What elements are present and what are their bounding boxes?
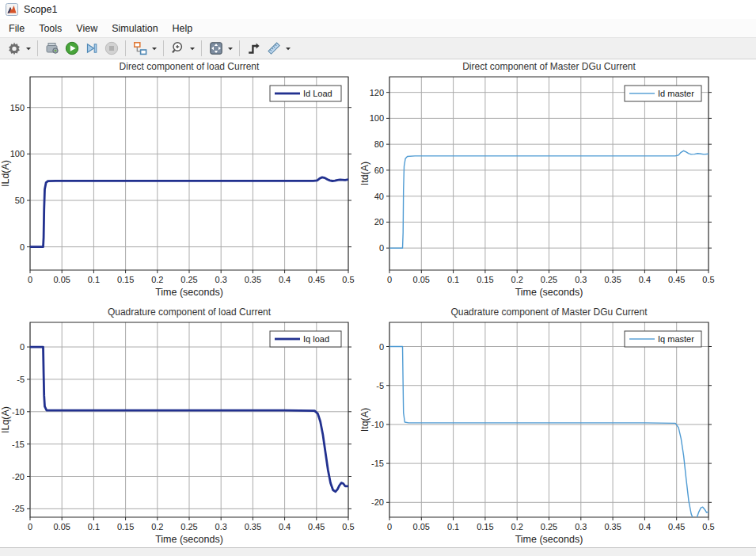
step-forward-button[interactable] [82,40,101,57]
x-tick-label: 0.2 [151,522,163,531]
x-axis-label: Time (seconds) [155,534,223,545]
x-tick-label: 0.35 [245,275,261,284]
y-axis-label: ILq(A) [0,406,11,433]
x-tick-label: 0.25 [541,522,557,531]
y-tick-label: -15 [371,459,384,468]
y-tick-label: 0 [379,342,384,352]
toolbar-separator [163,40,164,56]
stop-icon [104,40,120,56]
x-tick-label: 0.3 [215,522,227,531]
x-tick-label: 0.4 [639,275,651,284]
x-tick-label: 0.15 [117,522,134,531]
x-tick-label: 0.1 [447,275,459,284]
trigger-icon [246,40,262,56]
chevron-down-icon [285,42,291,55]
settings-gear-button[interactable] [4,40,24,57]
cursor-measurements-icon [266,40,282,56]
legend-label: Iq master [658,334,694,344]
cursor-measurements-button[interactable] [264,40,283,57]
x-tick-label: 0.45 [308,522,325,531]
toolbar-separator [37,40,38,56]
y-tick-label: 20 [374,217,384,227]
chart-title: Direct component of Master DGu Current [462,61,636,72]
settings-gear-icon [6,40,22,56]
zoom-in-button[interactable] [168,40,188,57]
x-tick-label: 0.05 [413,275,430,284]
title-bar[interactable]: Scope1 [0,0,756,19]
menu-file[interactable]: File [2,19,32,37]
menu-simulation[interactable]: Simulation [104,19,165,37]
y-tick-label: -20 [371,497,384,507]
x-tick-label: 0.3 [575,522,587,531]
signal-selector-button[interactable] [130,40,150,57]
y-axis-label: Itq(A) [359,408,370,432]
y-tick-label: 150 [10,103,25,112]
x-axis-label: Time (seconds) [515,534,583,545]
window-title: Scope1 [24,4,57,15]
signal-selector-icon [132,40,148,56]
x-tick-label: 0.25 [180,275,197,284]
x-tick-label: 0.2 [151,275,163,284]
chart-3: 00.050.10.150.20.250.30.350.40.450.5-25-… [0,307,355,545]
trigger-button[interactable] [244,40,264,57]
y-tick-label: -5 [376,381,384,390]
y-tick-label: 50 [15,196,25,205]
x-tick-label: 0.35 [604,275,621,284]
x-tick-label: 0 [387,275,392,284]
highlight-simulink-block-button[interactable] [42,40,62,57]
chevron-down-icon [151,42,158,55]
toolbar-separator [125,40,126,56]
x-tick-label: 0.05 [413,522,430,531]
run-button[interactable] [62,40,82,57]
x-tick-label: 0.4 [279,275,291,284]
y-tick-label: -15 [12,440,25,449]
x-tick-label: 0.25 [180,522,197,531]
x-tick-label: 0.5 [702,275,714,284]
stop-button[interactable] [101,40,121,57]
legend-label: Id Load [303,89,332,98]
y-axis-label: Itd(A) [359,162,370,186]
y-tick-label: 80 [374,139,384,149]
chevron-down-icon [189,42,196,55]
y-axis-label: ILd(A) [0,160,11,187]
menu-tools[interactable]: Tools [32,19,69,37]
x-tick-label: 0.1 [88,275,100,284]
menu-help[interactable]: Help [165,19,200,37]
x-tick-label: 0.2 [511,522,523,531]
x-axis-label: Time (seconds) [515,287,583,298]
x-tick-label: 0.45 [668,275,685,284]
signal-selector-dropdown[interactable] [150,40,159,57]
x-tick-label: 0.15 [117,275,134,284]
zoom-in-dropdown[interactable] [188,40,197,57]
chevron-down-icon [25,42,32,55]
scale-axes-button[interactable] [206,40,226,57]
x-tick-label: 0.05 [53,275,70,284]
x-tick-label: 0 [28,522,32,531]
menu-view[interactable]: View [69,19,104,37]
x-tick-label: 0.15 [477,275,493,284]
cursor-measurements-dropdown[interactable] [283,40,293,57]
y-tick-label: 100 [10,149,25,158]
y-tick-label: 60 [374,166,384,175]
toolbar [0,37,756,59]
y-tick-label: 0 [20,242,25,252]
y-tick-label: -25 [12,504,25,513]
toolbar-separator [239,40,240,56]
x-tick-label: 0.3 [215,275,227,284]
toolbar-separator [201,40,202,56]
scope-display-area: 00.050.10.150.20.250.30.350.40.450.50501… [0,59,756,547]
x-tick-label: 0.1 [88,522,100,531]
y-tick-label: 100 [370,113,384,123]
x-axis-label: Time (seconds) [155,287,223,298]
chart-title: Direct component of load Current [120,61,260,72]
x-tick-label: 0.4 [279,522,291,531]
scale-axes-dropdown[interactable] [226,40,235,57]
y-tick-label: -10 [12,407,25,417]
legend-label: Id master [658,89,694,98]
app-icon [6,3,18,16]
x-tick-label: 0.2 [511,275,523,284]
settings-gear-dropdown[interactable] [24,40,33,57]
chart-2: 00.050.10.150.20.250.30.350.40.450.50204… [359,61,715,298]
legend-label: Iq load [303,334,329,344]
chart-4: 00.050.10.150.20.250.30.350.40.450.5-20-… [359,307,715,545]
